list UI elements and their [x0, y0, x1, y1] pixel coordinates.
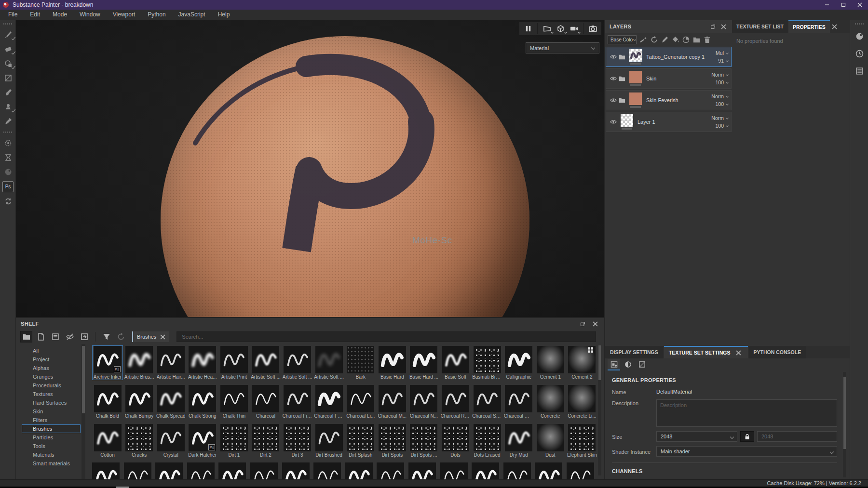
shelf-category-item[interactable]: Hard Surfaces [22, 398, 81, 407]
brush-item[interactable]: Ps Charcoal Str... [472, 384, 502, 419]
filter-chip-brushes[interactable]: Brushes [132, 331, 169, 342]
brush-item[interactable]: Ps Charcoal [250, 384, 281, 419]
brush-item[interactable]: Ps Charcoal Fu... [313, 384, 344, 419]
search-input[interactable] [176, 331, 596, 342]
layer-name[interactable]: Tattoo_Generator copy 1 [646, 54, 716, 60]
shelf-category-item[interactable]: Tools [22, 442, 81, 450]
layer-thumbnail[interactable] [629, 92, 642, 105]
brush-item[interactable]: Ps Archive Inker [92, 345, 123, 380]
brush-item[interactable]: Ps Dirt 1 [218, 423, 249, 458]
material-sphere-icon[interactable] [850, 27, 868, 45]
uv-settings-icon[interactable] [636, 359, 648, 370]
layer-name[interactable]: Skin [646, 76, 711, 81]
screenshot-camera-button[interactable] [586, 23, 599, 34]
brush-thumbnail-partial[interactable] [377, 462, 404, 479]
layer-drag-bar[interactable] [622, 128, 632, 130]
channel-filter-select[interactable]: Base Colo [608, 35, 637, 44]
brush-item[interactable]: Ps Artistic Print [218, 345, 249, 380]
opacity-select[interactable]: 100 [715, 101, 728, 107]
drag-handle[interactable] [3, 23, 12, 25]
solo-material-view-button[interactable] [554, 23, 567, 34]
add-fill-layer-icon[interactable] [672, 36, 679, 43]
shelf-category-item[interactable]: Grunges [22, 372, 81, 381]
grid-view-icon[interactable] [587, 347, 594, 353]
layer-name[interactable]: Layer 1 [637, 119, 711, 125]
source-plugin-icon[interactable] [0, 165, 16, 179]
tab-display-settings[interactable]: DISPLAY SETTINGS [605, 346, 663, 358]
visibility-eye-icon[interactable] [609, 53, 618, 60]
brush-thumbnail-partial[interactable] [155, 462, 183, 479]
layer-thumbnail[interactable] [629, 49, 642, 62]
shelf-category-item[interactable]: Filters [22, 416, 81, 424]
shelf-category-item[interactable]: Brushes [22, 424, 81, 433]
pending-tasks-icon[interactable] [0, 150, 16, 165]
menu-item[interactable]: Python [141, 10, 172, 20]
layer-row[interactable]: Layer 1 Norm 100 [606, 112, 732, 132]
shelf-category-item[interactable]: Skin [22, 407, 81, 416]
brush-item[interactable]: Ps Dirt Spots ... [408, 423, 439, 458]
brush-item[interactable]: Ps Basic Hard [377, 345, 407, 380]
blend-mode-select[interactable]: Mul [716, 50, 728, 56]
scrollbar-thumb[interactable] [843, 377, 846, 449]
brush-item[interactable]: Ps Chalk Thin [218, 384, 249, 419]
shelf-category-item[interactable]: All [22, 346, 81, 355]
brush-thumbnail-partial[interactable] [218, 462, 246, 479]
tab-properties[interactable]: PROPERTIES [788, 20, 830, 33]
brush-thumbnail-partial[interactable] [472, 462, 499, 479]
menu-item[interactable]: Help [212, 10, 236, 20]
size-select[interactable]: 2048 [656, 431, 737, 442]
close-tab-icon[interactable] [830, 22, 839, 31]
pause-engine-button[interactable] [521, 23, 535, 34]
polygon-fill-tool[interactable] [0, 71, 16, 85]
brush-item[interactable]: Ps Artistic Brus... [124, 345, 155, 380]
drag-handle[interactable] [855, 23, 864, 25]
viewport-3d-canvas[interactable]: MoHe-Sc Material [16, 20, 604, 317]
scrollbar-thumb[interactable] [82, 346, 85, 413]
brush-item[interactable]: Ps Basic Soft [440, 345, 471, 380]
brush-thumbnail-partial[interactable] [250, 462, 278, 479]
brush-item[interactable]: Ps Charcoal Wi... [503, 384, 534, 419]
layer-thumbnail[interactable] [621, 114, 633, 127]
add-mask-icon[interactable] [682, 36, 690, 43]
substance-plugin-icon[interactable] [0, 136, 16, 150]
new-resource-icon[interactable] [35, 331, 47, 343]
eraser-tool[interactable] [0, 42, 16, 56]
menu-item[interactable]: Window [73, 10, 107, 20]
brush-thumbnail-partial[interactable] [503, 462, 531, 479]
menu-item[interactable]: JavaScript [172, 10, 212, 20]
description-textarea[interactable] [656, 399, 837, 427]
layer-drag-bar[interactable] [630, 63, 641, 65]
menu-item[interactable]: Mode [46, 10, 73, 20]
settings-scrollbar[interactable] [843, 372, 846, 477]
brush-thumbnail-partial[interactable] [440, 462, 468, 479]
brush-item[interactable]: Ps Artistic Soft ... [313, 345, 344, 380]
tab-texture-set-list[interactable]: TEXTURE SET LIST [732, 20, 788, 33]
refresh-icon[interactable] [651, 36, 658, 43]
brush-item[interactable]: Ps Concrete [535, 384, 566, 419]
brush-item[interactable]: Ps Chalk Spread [155, 384, 186, 419]
menu-item[interactable]: Viewport [107, 10, 141, 20]
brush-thumbnail-partial[interactable] [535, 462, 562, 479]
close-tab-icon[interactable] [734, 348, 743, 357]
shelf-category-item[interactable]: Textures [22, 390, 81, 398]
brush-thumbnail-partial[interactable] [187, 462, 215, 479]
paint-brush-tool[interactable] [0, 27, 16, 42]
brush-thumbnail-partial[interactable] [282, 462, 310, 479]
visibility-eye-icon[interactable] [609, 119, 618, 125]
shelf-category-item[interactable]: Project [22, 355, 81, 364]
close-button[interactable] [852, 0, 868, 10]
layer-name[interactable]: Skin Feverish [646, 97, 711, 103]
brush-item[interactable]: Ps Dark Hatcher [187, 423, 218, 458]
brush-item[interactable]: Ps Calligraphic [503, 345, 534, 380]
shading-mode-select[interactable]: Material [526, 42, 599, 53]
hide-eye-off-icon[interactable] [64, 331, 76, 343]
history-clock-icon[interactable] [850, 45, 868, 62]
brush-item[interactable]: Ps Chalk Strong [187, 384, 218, 419]
general-properties-icon[interactable] [608, 359, 620, 370]
brush-item[interactable]: Ps Dust [535, 423, 566, 458]
perspective-view-button[interactable] [540, 23, 554, 34]
popout-panel-icon[interactable] [708, 22, 717, 31]
drag-handle[interactable] [3, 132, 12, 133]
brush-item[interactable]: Ps Dirt Brushed [313, 423, 344, 458]
remove-filter-icon[interactable] [160, 334, 165, 340]
